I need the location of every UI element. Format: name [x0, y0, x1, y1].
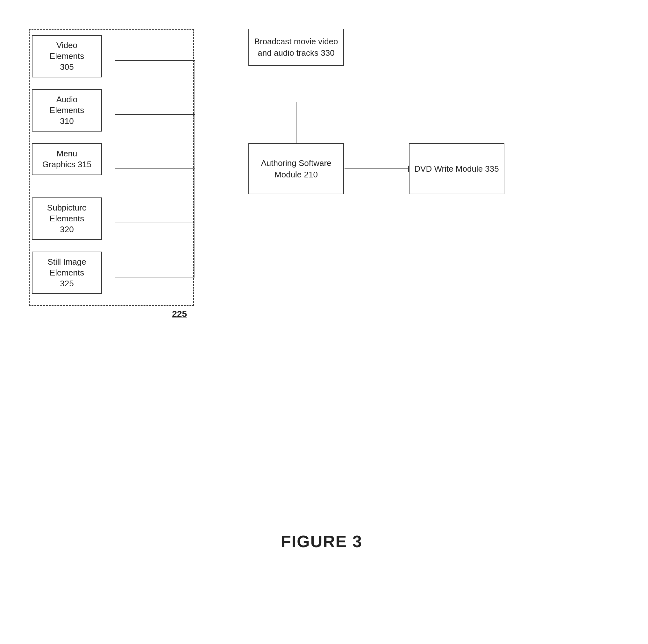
dvd-write-module-box: DVD Write Module 335: [409, 143, 504, 194]
dvd-write-module-text: DVD Write Module 335: [414, 163, 499, 174]
audio-elements-box: AudioElements310: [32, 89, 102, 131]
still-image-elements-text: Still ImageElements325: [47, 257, 86, 288]
video-elements-text: VideoElements305: [50, 41, 84, 72]
diagram-container: 225 VideoElements305 AudioElements310 Me…: [19, 19, 624, 577]
group-label: 225: [172, 309, 187, 319]
still-image-elements-box: Still ImageElements325: [32, 252, 102, 294]
subpicture-elements-box: SubpictureElements320: [32, 198, 102, 240]
menu-graphics-box: MenuGraphics 315: [32, 143, 102, 175]
authoring-software-box: Authoring Software Module 210: [249, 143, 344, 194]
authoring-software-text: Authoring Software Module 210: [254, 157, 339, 180]
figure-caption: FIGURE 3: [19, 532, 624, 551]
broadcast-movie-box: Broadcast movie video and audio tracks 3…: [249, 29, 344, 66]
video-elements-box: VideoElements305: [32, 35, 102, 77]
broadcast-movie-text: Broadcast movie video and audio tracks 3…: [254, 37, 338, 58]
menu-graphics-text: MenuGraphics 315: [42, 149, 92, 169]
subpicture-elements-text: SubpictureElements320: [47, 203, 87, 234]
audio-elements-text: AudioElements310: [50, 95, 84, 126]
